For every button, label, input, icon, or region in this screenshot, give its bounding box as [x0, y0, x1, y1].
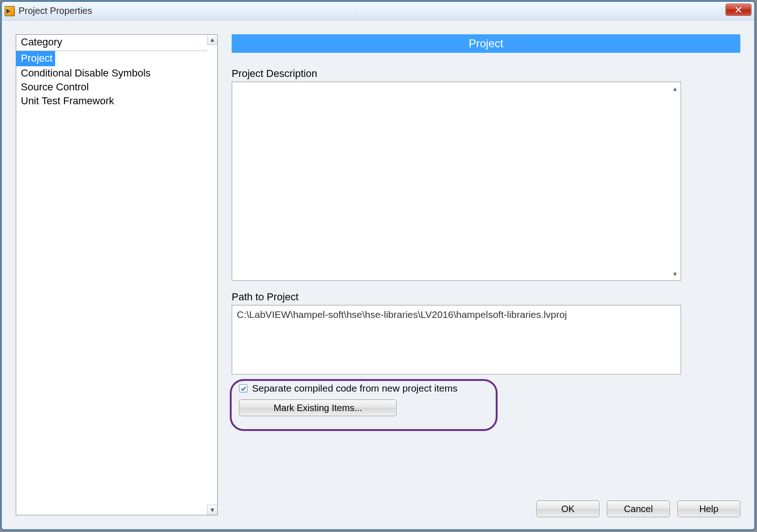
path-display: C:\LabVIEW\hampel-soft\hse\hse-libraries… — [232, 305, 681, 374]
category-panel: ▲ Category Project Conditional Disable S… — [16, 34, 218, 515]
titlebar: Project Properties — [2, 2, 754, 20]
path-label: Path to Project — [232, 291, 740, 303]
category-list[interactable]: ▲ Category Project Conditional Disable S… — [16, 34, 218, 515]
close-icon — [735, 6, 742, 13]
description-label: Project Description — [232, 68, 740, 80]
dialog-buttons: OK Cancel Help — [536, 500, 740, 517]
scroll-down-icon[interactable]: ▼ — [670, 269, 680, 279]
dialog-body: ▲ Category Project Conditional Disable S… — [2, 20, 754, 529]
scroll-down-icon[interactable]: ▼ — [207, 505, 217, 515]
path-value: C:\LabVIEW\hampel-soft\hse\hse-libraries… — [237, 309, 567, 320]
category-item-source-control[interactable]: Source Control — [16, 81, 94, 94]
category-item-unit-test[interactable]: Unit Test Framework — [16, 95, 119, 108]
description-textarea[interactable]: ▲ ▼ — [232, 82, 681, 281]
form-area: Project Description ▲ ▼ Path to Project … — [232, 53, 740, 515]
content-pane: Project Project Description ▲ ▼ Path to … — [232, 34, 740, 515]
close-button[interactable] — [725, 4, 751, 16]
check-icon — [240, 386, 246, 392]
page-title: Project — [232, 34, 740, 53]
scroll-up-icon[interactable]: ▲ — [670, 84, 680, 93]
mark-existing-button[interactable]: Mark Existing Items... — [239, 399, 397, 416]
category-item-project[interactable]: Project — [16, 51, 55, 66]
category-header: Category — [16, 35, 207, 51]
app-icon — [5, 6, 15, 16]
cancel-button[interactable]: Cancel — [607, 500, 670, 517]
category-item-conditional[interactable]: Conditional Disable Symbols — [16, 67, 155, 80]
scroll-up-icon[interactable]: ▲ — [207, 35, 217, 45]
help-button[interactable]: Help — [677, 500, 740, 517]
separate-compiled-checkbox[interactable] — [239, 384, 247, 393]
ok-button[interactable]: OK — [536, 500, 599, 517]
separate-compiled-row: Separate compiled code from new project … — [239, 383, 740, 394]
category-items: Project Conditional Disable Symbols Sour… — [16, 51, 207, 108]
window-title: Project Properties — [19, 6, 92, 16]
project-properties-dialog: Project Properties ▲ Category Project Co… — [1, 1, 755, 530]
separate-compiled-label: Separate compiled code from new project … — [252, 383, 458, 394]
